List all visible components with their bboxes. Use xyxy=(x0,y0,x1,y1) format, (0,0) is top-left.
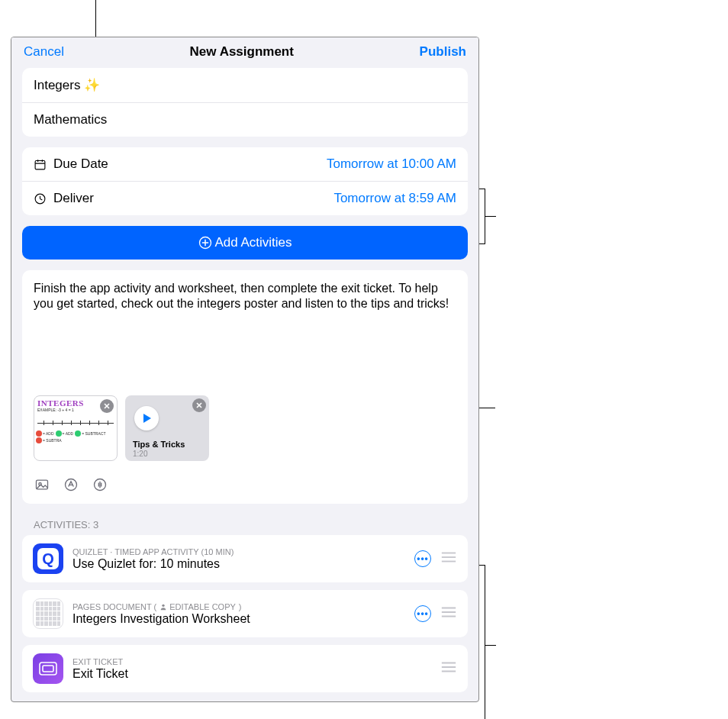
dates-card: Due Date Tomorrow at 10:00 AM Deliver To… xyxy=(22,147,468,215)
assignment-title-field[interactable]: Integers ✨ xyxy=(22,68,468,102)
deliver-value[interactable]: Tomorrow at 8:59 AM xyxy=(333,191,456,206)
svg-rect-27 xyxy=(43,666,53,672)
play-icon[interactable] xyxy=(134,406,159,430)
class-value: Mathematics xyxy=(34,112,456,127)
publish-button[interactable]: Publish xyxy=(420,44,466,60)
svg-marker-14 xyxy=(143,414,151,423)
svg-point-22 xyxy=(163,604,165,606)
attachment-toolbar xyxy=(34,476,456,493)
quizlet-app-icon: Q xyxy=(33,543,63,574)
assignment-title-value: Integers ✨ xyxy=(34,77,456,93)
activity-more-button[interactable]: ••• xyxy=(414,550,431,567)
attachment-poster[interactable]: INTEGERS EXAMPLE: -3 + 4 = 1 = ADD= ADD … xyxy=(34,395,118,461)
calendar-icon xyxy=(34,158,50,171)
deliver-row[interactable]: Deliver Tomorrow at 8:59 AM xyxy=(22,181,468,215)
drag-handle-icon[interactable] xyxy=(440,605,457,622)
svg-rect-0 xyxy=(35,160,45,169)
nav-bar: Cancel New Assignment Publish xyxy=(11,37,478,68)
attachment-audio[interactable]: Tips & Tricks 1:20 xyxy=(125,395,209,461)
activity-meta: EXIT TICKET xyxy=(72,657,431,666)
activities-section-label: ACTIVITIES: 3 xyxy=(34,519,456,530)
clock-icon xyxy=(34,192,50,205)
activity-meta: PAGES DOCUMENT ( EDITABLE COPY ) xyxy=(72,602,405,611)
activity-row: PAGES DOCUMENT ( EDITABLE COPY ) Integer… xyxy=(22,590,468,637)
class-field[interactable]: Mathematics xyxy=(22,102,468,137)
add-audio-icon[interactable] xyxy=(92,476,108,493)
activity-title: Exit Ticket xyxy=(72,667,431,681)
title-class-card: Integers ✨ Mathematics xyxy=(22,68,468,137)
description-card: Finish the app activity and worksheet, t… xyxy=(22,270,468,504)
pages-document-icon xyxy=(33,598,63,629)
drag-handle-icon[interactable] xyxy=(440,550,457,567)
remove-attachment-icon[interactable] xyxy=(100,399,114,413)
activity-more-button[interactable]: ••• xyxy=(414,605,431,622)
activity-row: Q QUIZLET · TIMED APP ACTIVITY (10 MIN) … xyxy=(22,535,468,582)
svg-line-6 xyxy=(40,198,43,199)
cancel-button[interactable]: Cancel xyxy=(24,44,64,60)
due-date-value[interactable]: Tomorrow at 10:00 AM xyxy=(327,156,456,172)
add-drawing-icon[interactable] xyxy=(63,476,79,493)
activity-row: EXIT TICKET Exit Ticket xyxy=(22,645,468,692)
attachments-row: INTEGERS EXAMPLE: -3 + 4 = 1 = ADD= ADD … xyxy=(34,395,456,469)
activity-meta: QUIZLET · TIMED APP ACTIVITY (10 MIN) xyxy=(72,547,405,556)
drag-handle-icon[interactable] xyxy=(440,660,457,677)
audio-attachment-title: Tips & Tricks xyxy=(133,440,205,449)
plus-circle-icon xyxy=(198,235,213,250)
due-date-row[interactable]: Due Date Tomorrow at 10:00 AM xyxy=(22,147,468,181)
deliver-label: Deliver xyxy=(53,191,333,206)
due-date-label: Due Date xyxy=(53,156,327,172)
audio-attachment-duration: 1:20 xyxy=(133,450,147,458)
editable-copy-badge: EDITABLE COPY xyxy=(159,602,236,611)
remove-attachment-icon[interactable] xyxy=(192,398,206,412)
activity-title: Integers Investigation Worksheet xyxy=(72,612,405,626)
exit-ticket-icon xyxy=(33,653,63,684)
add-photo-icon[interactable] xyxy=(34,476,50,493)
add-activities-label: Add Activities xyxy=(214,235,292,250)
add-activities-button[interactable]: Add Activities xyxy=(22,226,468,260)
page-title: New Assignment xyxy=(190,44,294,60)
description-text[interactable]: Finish the app activity and worksheet, t… xyxy=(34,281,456,350)
activity-title: Use Quizlet for: 10 minutes xyxy=(72,557,405,571)
